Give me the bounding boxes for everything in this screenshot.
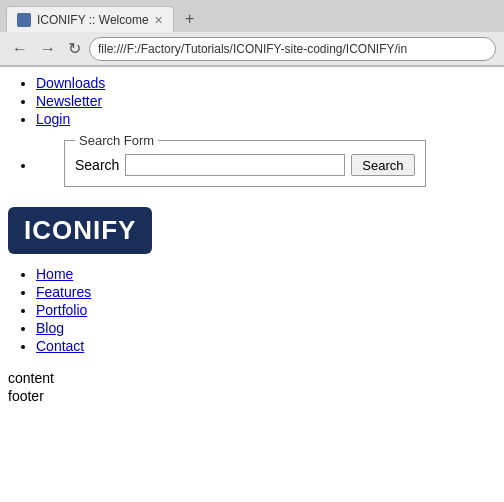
features-link[interactable]: Features xyxy=(36,284,91,300)
top-nav-list: Downloads Newsletter Login Search Form S… xyxy=(8,75,496,195)
list-item: Contact xyxy=(36,338,496,354)
list-item: Downloads xyxy=(36,75,496,91)
footer-section: content footer xyxy=(8,366,496,408)
search-input[interactable] xyxy=(125,154,345,176)
main-nav-list: Home Features Portfolio Blog Contact xyxy=(8,266,496,354)
forward-button[interactable]: → xyxy=(36,38,60,60)
list-item: Features xyxy=(36,284,496,300)
search-fieldset: Search Form Search Search xyxy=(64,133,426,187)
portfolio-link[interactable]: Portfolio xyxy=(36,302,87,318)
footer-text: footer xyxy=(8,388,496,404)
list-item: Login xyxy=(36,111,496,127)
new-tab-button[interactable]: + xyxy=(178,7,202,31)
home-link[interactable]: Home xyxy=(36,266,73,282)
list-item: Newsletter xyxy=(36,93,496,109)
search-legend: Search Form xyxy=(75,133,158,148)
search-label: Search xyxy=(75,157,119,173)
login-link[interactable]: Login xyxy=(36,111,70,127)
tab-title: ICONIFY :: Welcome xyxy=(37,13,149,27)
tab-bar: ICONIFY :: Welcome × + xyxy=(0,0,504,32)
search-button[interactable]: Search xyxy=(351,154,414,176)
tab-favicon xyxy=(17,13,31,27)
site-logo: ICONIFY xyxy=(8,207,152,254)
list-item: Portfolio xyxy=(36,302,496,318)
downloads-link[interactable]: Downloads xyxy=(36,75,105,91)
search-form-row: Search Search xyxy=(75,154,415,176)
browser-chrome: ICONIFY :: Welcome × + ← → ↻ xyxy=(0,0,504,67)
list-item: Blog xyxy=(36,320,496,336)
refresh-button[interactable]: ↻ xyxy=(64,37,85,60)
browser-tab[interactable]: ICONIFY :: Welcome × xyxy=(6,6,174,32)
blog-link[interactable]: Blog xyxy=(36,320,64,336)
newsletter-link[interactable]: Newsletter xyxy=(36,93,102,109)
address-bar[interactable] xyxy=(89,37,496,61)
content-text: content xyxy=(8,370,496,386)
contact-link[interactable]: Contact xyxy=(36,338,84,354)
page-content: Downloads Newsletter Login Search Form S… xyxy=(0,67,504,416)
tab-close-button[interactable]: × xyxy=(155,13,163,27)
list-item: Home xyxy=(36,266,496,282)
navigation-bar: ← → ↻ xyxy=(0,32,504,66)
search-form-item: Search Form Search Search xyxy=(36,129,496,195)
back-button[interactable]: ← xyxy=(8,38,32,60)
